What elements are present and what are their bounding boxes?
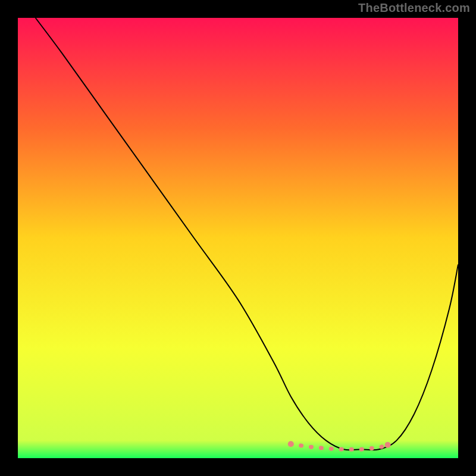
chart-stage: TheBottleneck.com [0,0,476,476]
chart-plot-area [18,18,458,458]
watermark-text: TheBottleneck.com [358,1,470,15]
chart-svg [18,18,458,458]
optimal-range-endpoint [288,441,294,447]
optimal-range-endpoint [385,442,391,448]
